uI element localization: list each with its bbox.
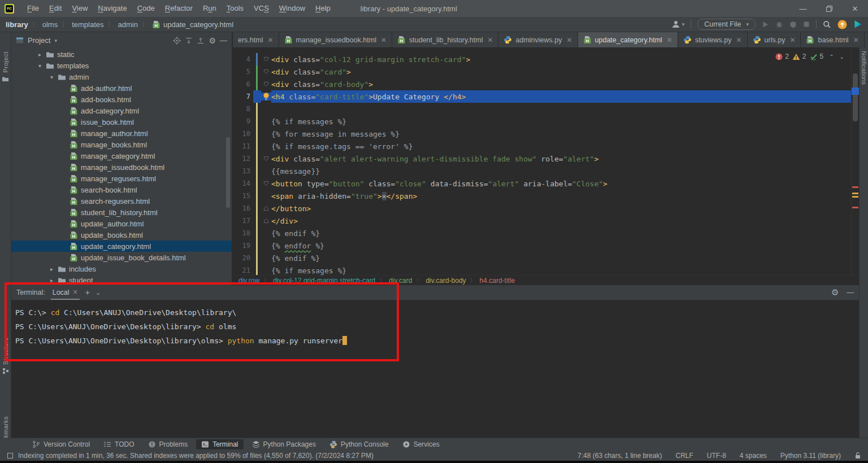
tree-item-includes[interactable]: ▸includes [11,263,232,274]
xml-breadcrumb-item[interactable]: div.col-12.grid-margin.stretch-card [273,277,375,285]
editor-tab-update-category-html[interactable]: Hupdate_category.html✕ [578,32,678,47]
tab-close-icon[interactable]: ✕ [667,36,672,44]
fold-arrow-icon[interactable] [261,155,271,162]
stripe-mark-error[interactable] [852,186,858,188]
new-terminal-session-button[interactable]: + [85,288,90,297]
menu-refactor[interactable]: Refactor [160,0,198,17]
tab-close-icon[interactable]: ✕ [736,36,742,44]
code-line-9[interactable]: 9 {% if messages %} [233,115,851,128]
terminal-output[interactable]: PS C:\> cd C:\Users\ANUJ\OneDrive\Deskto… [11,300,859,348]
tree-item-update-category-html[interactable]: Hupdate_category.html [11,241,232,252]
code-line-18[interactable]: 18 {% endif %} [233,227,851,239]
breadcrumb-item[interactable]: olms [42,20,58,29]
code-line-19[interactable]: 19 {% endfor %} [233,239,851,252]
status-widget[interactable]: Python 3.11 (library) [780,452,841,460]
tree-item-search-book-html[interactable]: Hsearch-book.html [11,184,232,195]
tab-close-icon[interactable]: ✕ [853,36,859,44]
error-stripe[interactable] [851,48,859,275]
xml-breadcrumb-item[interactable]: div.row [238,277,259,285]
fold-arrow-icon[interactable] [261,217,271,224]
stripe-mark-current[interactable] [852,88,859,95]
minimize-button[interactable]: — [790,0,816,17]
close-button[interactable]: ✕ [842,0,868,17]
tree-item-manage-books-html[interactable]: Hmanage_books.html [11,139,232,150]
tool-stripe-project[interactable]: Project [0,51,11,82]
menu-file[interactable]: File [22,0,44,17]
tree-item-add-books-html[interactable]: Hadd-books.html [11,94,232,105]
code-with-me-button[interactable] [853,20,862,29]
inspections-widget[interactable]: 2 2 5 ⌃ ⌄ [775,53,844,60]
editor-tab-stuviews-py[interactable]: stuviews.py✕ [678,32,748,47]
tree-item-issue-book-html[interactable]: Hissue_book.html [11,116,232,128]
terminal-settings-button[interactable]: ⚙ [831,287,839,298]
editor-scrollbar-thumb[interactable] [853,73,858,121]
xml-breadcrumb-item[interactable]: div.card [389,277,412,285]
code-line-7[interactable]: 7 <h4 class="card-title">Update Category… [233,90,851,103]
debug-button[interactable] [775,21,783,28]
expand-all-button[interactable] [185,37,193,45]
code-line-14[interactable]: 14 <button type="button" class="close" d… [233,177,851,190]
code-line-20[interactable]: 20 {% endif %} [233,252,851,264]
editor-tab-in[interactable]: Hin [865,32,868,47]
menu-help[interactable]: Help [310,0,336,17]
fold-arrow-icon[interactable] [261,56,271,63]
stripe-mark-warning[interactable] [852,193,858,194]
breadcrumb-file[interactable]: Hupdate_category.html [152,20,233,29]
code-line-13[interactable]: 13 {{message}} [233,165,851,177]
status-widget[interactable]: 4 spaces [740,452,767,460]
code-line-16[interactable]: 16 </button> [233,202,851,215]
fold-arrow-icon[interactable] [261,180,271,187]
locate-file-button[interactable] [173,37,181,45]
xml-breadcrumb-item[interactable]: h4.card-title [480,277,515,285]
menu-edit[interactable]: Edit [44,0,67,17]
toolwindow-button-services[interactable]: Services [397,439,445,449]
tree-item-student-lib-history-html[interactable]: Hstudent_lib_history.html [11,207,232,218]
tab-close-icon[interactable]: ✕ [487,36,493,44]
terminal-options-chevron[interactable]: ⌄ [96,289,101,296]
restore-button[interactable] [816,0,842,17]
project-panel-title[interactable]: Project [28,36,50,45]
panel-settings-button[interactable]: ⚙ [209,36,216,45]
stop-button[interactable] [803,21,810,28]
tool-stripe-structure[interactable]: Structure [0,337,11,374]
run-configuration-select[interactable]: Current File▾ [697,19,756,30]
menu-run[interactable]: Run [198,0,222,17]
tree-item-manage-issuedbook-html[interactable]: Hmanage_issuedbook.html [11,161,232,173]
status-widget[interactable]: 7:48 (63 chars, 1 line break) [578,452,662,460]
tree-item-manage-category-html[interactable]: Hmanage_category.html [11,150,232,161]
toolwindow-button-python-packages[interactable]: Python Packages [247,439,321,449]
chevron-down-icon[interactable]: ▾ [54,38,57,43]
intention-bulb-icon[interactable] [261,93,271,101]
editor-tab-base-html[interactable]: Hbase.html✕ [801,32,864,47]
code-line-4[interactable]: 4 <div class="col-12 grid-margin stretch… [233,53,851,65]
tool-stripe-notifications[interactable]: Notifications [860,47,868,85]
xml-breadcrumb-item[interactable]: div.card-body [426,277,466,285]
tab-close-icon[interactable]: ✕ [566,36,572,44]
editor-tab-urls-py[interactable]: urls.py✕ [748,32,801,47]
code-line-17[interactable]: 17 </div> [233,215,851,227]
menu-navigate[interactable]: Navigate [93,0,132,17]
code-line-8[interactable]: 8 [233,103,851,115]
tree-scrollbar-thumb[interactable] [226,137,230,208]
search-everywhere-button[interactable] [823,20,831,29]
tree-item-update-books-html[interactable]: Hupdate_books.html [11,229,232,241]
breadcrumb-item[interactable]: admin [118,20,138,29]
toolwindow-button-version-control[interactable]: Version Control [27,439,95,449]
run-button[interactable] [762,21,769,28]
menu-view[interactable]: View [67,0,93,17]
fold-arrow-icon[interactable] [261,68,271,75]
tree-item-add-category-html[interactable]: Hadd-category.html [11,105,232,116]
status-widget[interactable]: CRLF [675,452,693,460]
tree-item-update-author-html[interactable]: Hupdate_author.html [11,218,232,229]
editor-tab-adminviews-py[interactable]: adminviews.py✕ [498,32,578,47]
breadcrumb-item[interactable]: templates [72,20,103,29]
fold-arrow-icon[interactable] [261,81,271,88]
code-line-12[interactable]: 12 <div class="alert alert-warning alert… [233,152,851,165]
stripe-mark-error[interactable] [852,207,858,208]
tab-close-icon[interactable]: ✕ [267,36,273,44]
tree-item-manage-regusers-html[interactable]: Hmanage_regusers.html [11,173,232,184]
tree-item-manage-author-html[interactable]: Hmanage_author.html [11,128,232,139]
editor-tab-ers-html[interactable]: ers.html✕ [233,32,279,47]
toolwindow-button-problems[interactable]: Problems [143,439,193,449]
code-line-6[interactable]: 6 <div class="card-body"> [233,78,851,90]
